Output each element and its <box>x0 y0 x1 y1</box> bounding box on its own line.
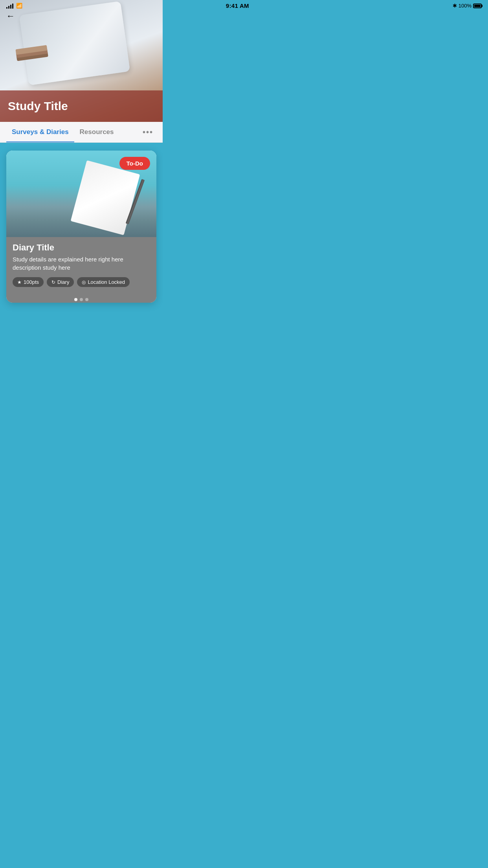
dot-2 <box>80 298 83 301</box>
tab-surveys-diaries[interactable]: Surveys & Diaries <box>6 122 74 142</box>
hero-image-container: ← Study Title <box>0 0 163 122</box>
card-description: Study details are explained here right h… <box>13 255 150 272</box>
tag-location-label: Location Locked <box>88 279 125 285</box>
dots-indicator <box>6 294 156 303</box>
tab-resources[interactable]: Resources <box>74 122 119 142</box>
hero-title: Study Title <box>8 99 68 113</box>
card-tags: ★ 100pts ↻ Diary ◎ Location Locked <box>13 277 150 287</box>
tabs-bar: Surveys & Diaries Resources ••• <box>0 122 163 143</box>
tag-location: ◎ Location Locked <box>77 277 130 287</box>
back-button[interactable]: ← <box>6 11 15 21</box>
tag-diary: ↻ Diary <box>47 277 74 287</box>
refresh-icon: ↻ <box>51 280 55 285</box>
tab-more-button[interactable]: ••• <box>139 122 156 142</box>
star-icon: ★ <box>17 280 22 285</box>
location-icon: ◎ <box>82 280 86 285</box>
card-body: Diary Title Study details are explained … <box>6 237 156 294</box>
signal-icon <box>6 3 13 9</box>
status-bar: 📶 9:41 AM ✱ 100% <box>0 0 163 11</box>
card-title: Diary Title <box>13 243 150 253</box>
status-left: 📶 <box>6 3 22 9</box>
tag-diary-label: Diary <box>57 279 69 285</box>
main-content: To-Do Diary Title Study details are expl… <box>0 143 163 339</box>
diary-card[interactable]: To-Do Diary Title Study details are expl… <box>6 151 156 303</box>
card-image: To-Do <box>6 151 156 237</box>
tag-points: ★ 100pts <box>13 277 44 287</box>
dot-3 <box>85 298 88 301</box>
wifi-icon: 📶 <box>16 3 22 9</box>
todo-badge: To-Do <box>119 157 150 170</box>
tag-points-label: 100pts <box>24 279 39 285</box>
hero-overlay: Study Title <box>0 90 163 122</box>
dot-1 <box>74 298 77 301</box>
